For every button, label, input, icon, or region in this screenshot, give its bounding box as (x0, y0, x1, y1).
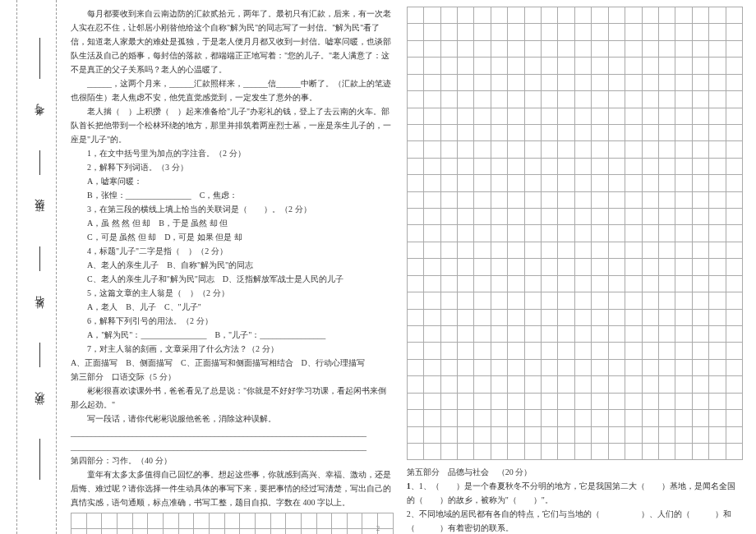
binding-class: 班级： (33, 200, 47, 220)
binding-column: 考号： 班级： 姓名： 学校： (25, 0, 54, 534)
page-number: 2 (376, 524, 380, 532)
page-body: 每月都要收到来自云南边防的汇款贰拾元，两年了。最初只有汇款，后来，有一次老人实在… (64, 7, 749, 527)
writing-grid-right (407, 7, 743, 460)
question-4-opt-b: C、老人的亲生儿子和"解为民"同志 D、泛指解放军战士是人民的儿子 (71, 272, 394, 286)
passage-para-3: 老人揣（ ）上积攒（ ）起来准备给"儿子"办彩礼的钱，登上了去云南的火车。部队首… (71, 104, 394, 146)
right-q1-text: 1、（ ）是一个春夏秋冬不分明的地方，它是我国第二大（ ）基地，是闻名全国的（ … (407, 481, 735, 504)
question-7-opts: A、正面描写 B、侧面描写 C、正面描写和侧面描写相结合 D、行动心理描写 (71, 356, 394, 370)
question-4: 4，标题"儿子"二字是指（ ）（2 分） (71, 244, 394, 258)
question-6: 6，解释下列引号的用法。（2 分） (71, 314, 394, 328)
section-4-title: 第四部分：习作。（40 分） (71, 453, 394, 467)
question-6-opts: A，"解为民"：________________ B，"儿子"：________… (71, 328, 394, 342)
section-5-title: 第五部分 品德与社会 （20 分） (407, 465, 743, 479)
question-5: 5，这篇文章的主人翁是（ ）（2 分） (71, 286, 394, 300)
section-3-para-2: 写一段话，请你代彬彬说服他爸爸，消除这种误解。 (71, 412, 394, 426)
question-3-opt-b: C，可是 虽然 但 却 D，可是 如果 但是 却 (71, 230, 394, 244)
binding-name: 姓名： (33, 297, 47, 317)
section-4-prompt: 童年有太多太多值得自己回忆的事。想起这些事，你就感到高兴、幸福、激动，还是后悔、… (71, 467, 394, 509)
binding-examno: 考号： (33, 104, 47, 124)
passage-para-2: ______，这两个月来，______汇款照样来，______信______中断… (71, 76, 394, 104)
left-column: 每月都要收到来自云南边防的汇款贰拾元，两年了。最初只有汇款，后来，有一次老人实在… (64, 7, 400, 527)
question-4-opt-a: A、老人的亲生儿子 B、自称"解为民"的同志 (71, 258, 394, 272)
section-3-para-1: 彬彬很喜欢读课外书，爸爸看见了总是说："你就是不好好学习功课，看起闲书来倒那么起… (71, 384, 394, 412)
question-7: 7，对主人翁的刻画，文章采用了什么方法？（2 分） (71, 342, 394, 356)
right-column: 第五部分 品德与社会 （20 分） 1、1、（ ）是一个春夏秋冬不分明的地方，它… (400, 7, 749, 527)
passage-para-1: 每月都要收到来自云南边防的汇款贰拾元，两年了。最初只有汇款，后来，有一次老人实在… (71, 7, 394, 76)
answer-line-2: ________________________________________… (71, 440, 394, 453)
question-2a: A，嘘寒问暖： (71, 174, 394, 188)
question-3: 3，在第三段的横线上填上恰当的关联词是（ ）。（2 分） (71, 202, 394, 216)
question-2: 2，解释下列词语。（3 分） (71, 160, 394, 174)
right-q2: 2、不同地域的居民都有各自的特点，它们与当地的（ ）、人们的（ ）和（ ）有着密… (407, 507, 743, 534)
question-3-opt-a: A，虽 然 然 但 却 B，于是 虽然 却 但 (71, 216, 394, 230)
binding-school: 学校： (33, 394, 47, 413)
question-2b: B，张惶：________________ C，焦虑： (71, 188, 394, 202)
answer-line-1: ________________________________________… (71, 426, 394, 440)
writing-grid-left (71, 513, 394, 534)
question-5-opts: A，老人 B、儿子 C、"儿子" (71, 300, 394, 314)
right-q1: 1、1、（ ）是一个春夏秋冬不分明的地方，它是我国第二大（ ）基地，是闻名全国的… (407, 479, 743, 507)
section-3-title: 第三部分 口语交际（5 分） (71, 370, 394, 384)
question-1: 1，在文中括号里为加点的字注音。（2 分） (71, 146, 394, 160)
